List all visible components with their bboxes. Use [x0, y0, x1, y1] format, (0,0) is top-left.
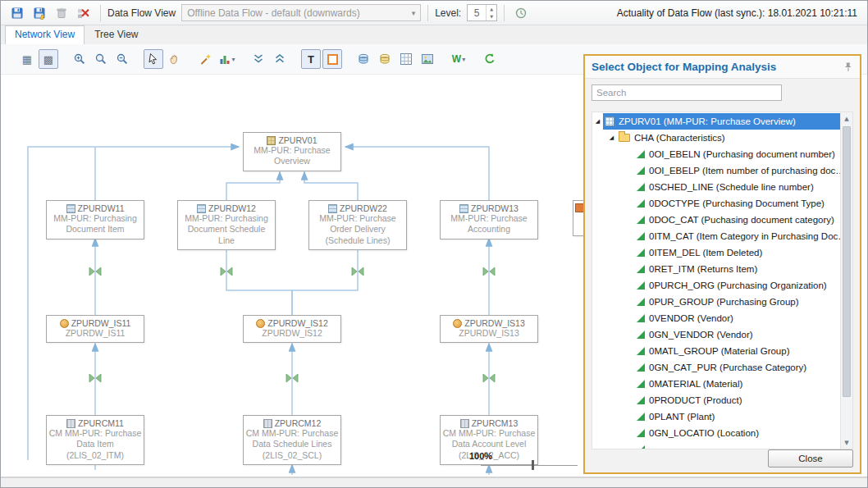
level-value: 5	[468, 5, 486, 21]
tree-row[interactable]: 0PLANT (Plant)	[592, 408, 840, 425]
tree-row[interactable]: 0ITM_CAT (Item Category in Purchasing Do…	[592, 228, 840, 244]
pan-mode-button[interactable]	[165, 49, 185, 69]
pin-icon[interactable]	[843, 62, 853, 72]
tree-row-folder[interactable]: ◢ CHA (Characteristics)	[592, 130, 840, 146]
window-bottom-strip	[1, 477, 867, 487]
tree-row-root[interactable]: ◢ ZPURV01 (MM-PUR: Purchase Overview)	[592, 113, 840, 130]
node-zpurdw-is13[interactable]: ZPURDW_IS13 ZPURDW_IS13	[440, 315, 538, 343]
highlight-frame-button[interactable]	[322, 49, 342, 69]
node-zpurdw11[interactable]: ZPURDW11 MM-PUR: Purchasing Document Ite…	[46, 200, 144, 239]
auto-layout-button[interactable]	[196, 49, 216, 69]
node-zpurcm11[interactable]: ZPURCM11 CM MM-PUR: Purchase Data Item (…	[46, 415, 144, 465]
delete-button[interactable]	[52, 3, 71, 23]
tree-item-label: 0OI_EBELN (Purchasing document number)	[649, 149, 835, 159]
tree-row[interactable]: 0OI_EBELP (Item number of purchasing doc…	[592, 162, 840, 179]
hand-icon	[168, 52, 181, 66]
tree-row[interactable]: 0GN_VENDOR (Vendor)	[592, 326, 840, 343]
show-grid-button[interactable]	[396, 49, 416, 69]
watermark-button[interactable]: W ▾	[449, 49, 468, 69]
expander-icon[interactable]: ◢	[606, 135, 617, 141]
clock-icon	[514, 7, 528, 20]
tab-tree-view[interactable]: Tree View	[85, 25, 148, 44]
node-zpurdw-is12[interactable]: ZPURDW_IS12 ZPURDW_IS12	[243, 315, 341, 343]
tree-row[interactable]: 0RET_ITM (Returns Item)	[592, 261, 840, 277]
datasource-icon	[66, 419, 75, 428]
data-flow-dropdown[interactable]: Offline Data Flow - default (downwards) …	[181, 4, 421, 21]
tree-row[interactable]: 0GN_CAT_PUR (Purchase Category)	[592, 359, 840, 376]
node-id: ZPURCM13	[472, 418, 519, 428]
save-all-icon	[33, 7, 46, 20]
tree-row[interactable]: 0MATL_GROUP (Material Group)	[592, 343, 840, 359]
zoom-slider-handle[interactable]	[532, 460, 534, 470]
export-image-button[interactable]	[418, 49, 437, 69]
spinner-up-icon[interactable]: ▲	[487, 5, 496, 13]
show-datasources-button[interactable]	[375, 49, 395, 69]
refresh-button[interactable]	[480, 49, 500, 69]
tab-network-view[interactable]: Network View	[5, 25, 85, 44]
expand-all-button[interactable]	[249, 49, 268, 69]
save-button[interactable]	[7, 3, 27, 23]
delete-data-flow-button[interactable]	[74, 3, 94, 23]
tree-row-partial[interactable]	[592, 441, 840, 449]
save-all-button[interactable]	[30, 3, 49, 23]
close-button[interactable]: Close	[768, 449, 853, 467]
characteristic-icon	[637, 396, 645, 404]
select-mode-button[interactable]	[144, 49, 163, 69]
node-zpurdw-is11[interactable]: ZPURDW_IS11 ZPURDW_IS11	[46, 315, 144, 343]
level-spinner[interactable]: 5 ▲ ▼	[467, 4, 497, 21]
tree-item-label: 0MATERIAL (Material)	[649, 379, 742, 389]
expander-icon[interactable]: ◢	[592, 118, 603, 125]
tree-scrollbar[interactable]: ▲ ▼	[840, 112, 852, 449]
tree-row[interactable]: 0VENDOR (Vendor)	[592, 310, 840, 326]
snap-grid-button[interactable]: ▩	[39, 49, 58, 69]
tree-row[interactable]: 0MATERIAL (Material)	[592, 376, 840, 392]
characteristic-icon	[637, 413, 645, 421]
node-zpurv01[interactable]: ZPURV01 MM-PUR: Purchase Overview	[243, 132, 341, 171]
tree-item-label: 0RET_ITM (Returns Item)	[649, 264, 757, 274]
characteristic-icon	[637, 445, 645, 449]
tree-row[interactable]: 0OI_EBELN (Purchasing document number)	[592, 146, 840, 162]
zoom-in-button[interactable]	[70, 49, 89, 69]
panel-title: Select Object for Mapping Analysis	[592, 61, 843, 73]
node-zpurdw13[interactable]: ZPURDW13 MM-PUR: Purchase Accounting	[440, 200, 538, 239]
zoom-out-button[interactable]	[112, 49, 132, 69]
chevron-down-icon: ▾	[412, 9, 416, 17]
search-input[interactable]	[592, 84, 782, 101]
grid-layout-button[interactable]: ▦	[17, 49, 37, 69]
node-title: CM MM-PUR: Purchase Data Schedule Lines …	[245, 428, 339, 461]
collapse-all-button[interactable]	[270, 49, 290, 69]
tree-item-label: 0PRODUCT (Product)	[649, 395, 742, 405]
spinner-down-icon[interactable]: ▼	[487, 13, 496, 21]
tree-row[interactable]: 0DOC_CAT (Puchasing document category)	[592, 212, 840, 228]
trash-icon	[55, 7, 68, 20]
node-id: ZPURDW12	[208, 203, 256, 213]
sync-status-button[interactable]	[511, 3, 531, 23]
dso-icon	[197, 204, 206, 213]
main-toolbar: Data Flow View Offline Data Flow - defau…	[1, 1, 867, 25]
tree-row[interactable]: 0DOCTYPE (Purchasing Document Type)	[592, 195, 840, 212]
tree-item-label: 0PLANT (Plant)	[649, 412, 715, 422]
scroll-up-icon[interactable]: ▲	[841, 112, 852, 125]
image-icon	[421, 52, 434, 66]
node-title: MM-PUR: Purchasing Document Schedule Lin…	[180, 213, 273, 246]
node-zpurcm12[interactable]: ZPURCM12 CM MM-PUR: Purchase Data Schedu…	[243, 415, 341, 465]
zoom-original-button[interactable]	[91, 49, 111, 69]
display-options-button[interactable]: ▾	[217, 49, 237, 69]
scrollbar-thumb[interactable]	[843, 126, 851, 397]
tree-row[interactable]: 0PUR_GROUP (Purchasing Group)	[592, 294, 840, 310]
tree-row[interactable]: 0PRODUCT (Product)	[592, 392, 840, 408]
show-infoproviders-button[interactable]	[354, 49, 373, 69]
tree-item-label: 0PUR_GROUP (Purchasing Group)	[649, 297, 799, 307]
show-text-button[interactable]: T	[301, 49, 321, 69]
tree-item-label: CHA (Characteristics)	[634, 133, 725, 143]
tree-row[interactable]: 0SCHED_LINE (Schedule line number)	[592, 179, 840, 195]
tree-row[interactable]: 0GN_LOCATIO (Location)	[592, 425, 840, 441]
tree-row[interactable]: 0ITEM_DEL (Item Deleted)	[592, 244, 840, 261]
tree-row[interactable]: 0PURCH_ORG (Purchasing Organization)	[592, 277, 840, 294]
node-zpurdw22[interactable]: ZPURDW22 MM-PUR: Purchase Order Delivery…	[308, 200, 407, 250]
refresh-icon	[483, 52, 496, 66]
node-zpurdw12[interactable]: ZPURDW12 MM-PUR: Purchasing Document Sch…	[177, 200, 276, 250]
tree-item-label: 0DOCTYPE (Purchasing Document Type)	[649, 198, 825, 208]
zoom-slider-track[interactable]	[481, 465, 578, 466]
scroll-down-icon[interactable]: ▼	[841, 436, 852, 449]
